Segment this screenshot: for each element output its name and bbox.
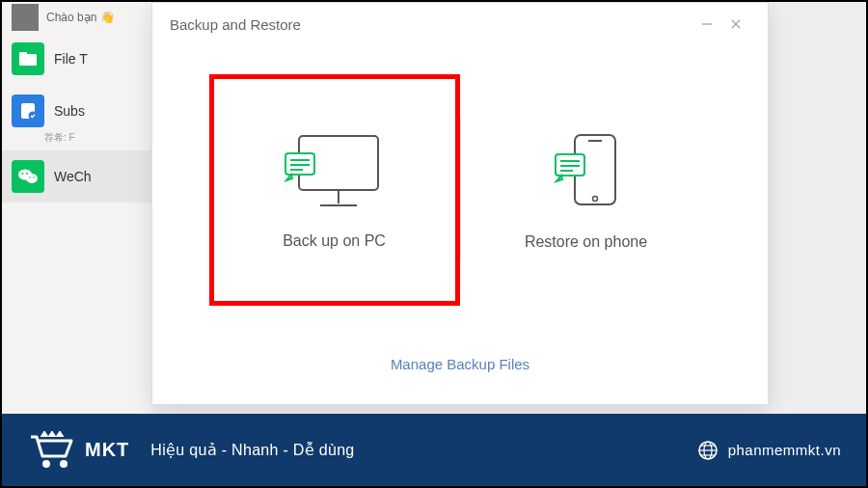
avatar[interactable] — [12, 4, 39, 31]
cart-icon — [27, 429, 77, 472]
site-url: phanmemmkt.vn — [728, 442, 841, 458]
dialog-titlebar: Backup and Restore — [152, 3, 768, 45]
svg-point-8 — [29, 176, 31, 178]
globe-icon — [697, 440, 719, 461]
sidebar-item-label: File T — [54, 51, 88, 67]
close-button[interactable] — [721, 10, 750, 39]
sidebar-item-sub: 荐希: F — [44, 131, 151, 145]
svg-point-7 — [26, 173, 28, 175]
restore-option-label: Restore on phone — [525, 233, 647, 251]
svg-point-27 — [42, 460, 50, 468]
slogan-text: Hiệu quả - Nhanh - Dễ dùng — [150, 441, 354, 459]
app-frame: Chào bạn 👋 File T Subs 荐希: F — [0, 0, 868, 488]
brand-logo: MKT — [27, 429, 129, 472]
restore-on-phone-option[interactable]: Restore on phone — [461, 74, 712, 306]
dialog-title: Backup and Restore — [170, 16, 301, 33]
brand-text: MKT — [85, 439, 129, 461]
svg-rect-1 — [19, 52, 27, 56]
brand-bottombar: MKT Hiệu quả - Nhanh - Dễ dùng phanmemmk… — [2, 414, 866, 486]
phone-icon — [538, 129, 635, 216]
backup-option-label: Back up on PC — [283, 232, 386, 250]
backup-on-pc-option[interactable]: Back up on PC — [209, 74, 460, 306]
sidebar-item-label: WeCh — [54, 169, 92, 184]
monitor-icon — [282, 128, 388, 215]
svg-point-21 — [592, 197, 597, 202]
sidebar-item-file[interactable]: File T — [2, 33, 151, 85]
sidebar-item-label: Subs — [54, 103, 85, 119]
minimize-button[interactable] — [692, 10, 721, 39]
svg-point-28 — [60, 460, 68, 468]
backup-restore-dialog: Backup and Restore — [151, 2, 769, 405]
sidebar-item-subs[interactable]: Subs — [2, 85, 151, 137]
svg-point-6 — [22, 173, 24, 175]
sidebar-item-wechat[interactable]: WeCh — [2, 150, 151, 203]
dialog-footer: Manage Backup Files — [152, 335, 768, 393]
greeting-text: Chào bạn 👋 — [46, 11, 115, 24]
svg-point-9 — [33, 176, 35, 178]
wechat-icon — [12, 160, 44, 193]
dialog-body: Back up on PC — [152, 45, 768, 335]
sidebar-header: Chào bạn 👋 — [2, 2, 151, 33]
folder-icon — [12, 42, 44, 75]
clipboard-check-icon — [12, 95, 44, 127]
site-link[interactable]: phanmemmkt.vn — [697, 440, 841, 461]
manage-backup-files-link[interactable]: Manage Backup Files — [391, 356, 529, 372]
svg-point-5 — [26, 174, 38, 183]
